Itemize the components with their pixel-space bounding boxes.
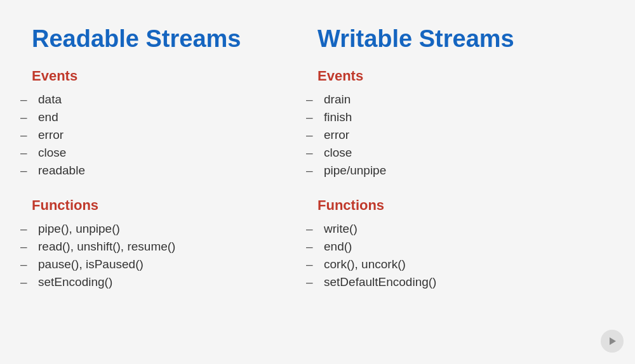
- list-item: cork(), uncork(): [318, 256, 591, 273]
- readable-events-heading: Events: [32, 68, 305, 84]
- readable-events-list: data end error close readable: [32, 91, 305, 179]
- writable-streams-title: Writable Streams: [318, 25, 591, 53]
- list-item: end: [32, 108, 305, 126]
- list-item: setDefaultEncoding(): [318, 273, 591, 291]
- list-item: read(), unshift(), resume(): [32, 238, 305, 256]
- svg-marker-0: [610, 337, 616, 345]
- writable-events-heading: Events: [318, 68, 591, 84]
- list-item: close: [318, 144, 591, 162]
- writable-functions-list: write() end() cork(), uncork() setDefaul…: [318, 220, 591, 291]
- list-item: close: [32, 144, 305, 162]
- list-item: write(): [318, 220, 591, 238]
- main-container: Readable Streams Events data end error c…: [0, 0, 635, 364]
- list-item: pipe(), unpipe(): [32, 220, 305, 238]
- list-item: readable: [32, 162, 305, 179]
- readable-functions-list: pipe(), unpipe() read(), unshift(), resu…: [32, 220, 305, 291]
- writable-events-list: drain finish error close pipe/unpipe: [318, 91, 591, 179]
- list-item: drain: [318, 91, 591, 108]
- list-item: finish: [318, 108, 591, 126]
- readable-streams-column: Readable Streams Events data end error c…: [32, 25, 318, 339]
- list-item: end(): [318, 238, 591, 256]
- writable-streams-column: Writable Streams Events drain finish err…: [318, 25, 603, 339]
- readable-functions-heading: Functions: [32, 197, 305, 214]
- play-button[interactable]: [601, 330, 624, 353]
- list-item: error: [32, 126, 305, 144]
- writable-functions-heading: Functions: [318, 197, 591, 214]
- list-item: pipe/unpipe: [318, 162, 591, 179]
- list-item: setEncoding(): [32, 273, 305, 291]
- play-icon: [607, 336, 617, 346]
- list-item: error: [318, 126, 591, 144]
- list-item: pause(), isPaused(): [32, 256, 305, 273]
- readable-streams-title: Readable Streams: [32, 25, 305, 53]
- list-item: data: [32, 91, 305, 108]
